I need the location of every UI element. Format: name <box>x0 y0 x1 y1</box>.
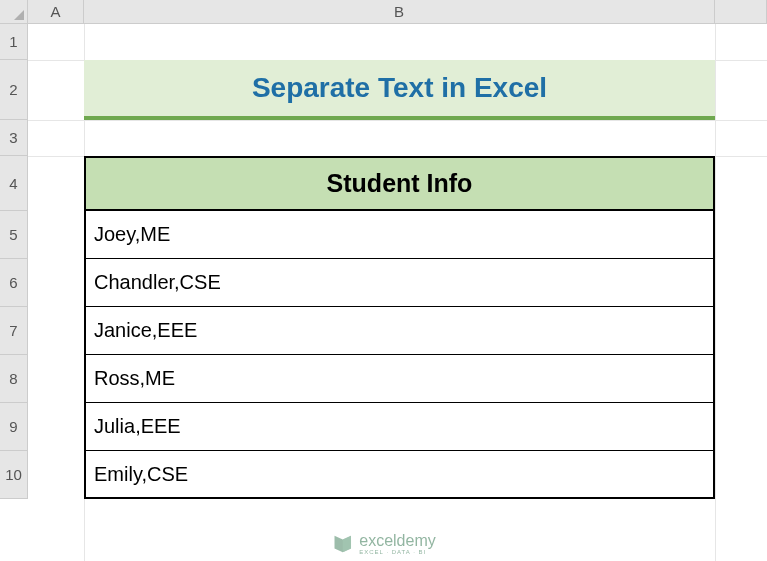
table-row[interactable]: Joey,ME <box>84 211 715 259</box>
table-row[interactable]: Ross,ME <box>84 355 715 403</box>
row-header-8[interactable]: 8 <box>0 355 27 403</box>
column-headers: A B <box>28 0 767 24</box>
cell-value: Janice,EEE <box>94 319 197 342</box>
title-text: Separate Text in Excel <box>252 72 547 104</box>
table-row[interactable]: Chandler,CSE <box>84 259 715 307</box>
watermark-sub: EXCEL · DATA · BI <box>359 549 435 555</box>
cell-value: Julia,EEE <box>94 415 181 438</box>
table-row[interactable]: Julia,EEE <box>84 403 715 451</box>
cell-value: Ross,ME <box>94 367 175 390</box>
table-header-text: Student Info <box>327 169 473 198</box>
row-header-2[interactable]: 2 <box>0 60 27 120</box>
select-all-corner[interactable] <box>0 0 28 24</box>
row-header-10[interactable]: 10 <box>0 451 27 499</box>
row-header-5[interactable]: 5 <box>0 211 27 259</box>
cell-area[interactable]: Separate Text in Excel Student Info Joey… <box>28 24 767 561</box>
watermark-main: exceldemy <box>359 533 435 549</box>
watermark: exceldemy EXCEL · DATA · BI <box>331 533 435 555</box>
table-row[interactable]: Emily,CSE <box>84 451 715 499</box>
cell-value: Chandler,CSE <box>94 271 221 294</box>
column-header-b[interactable]: B <box>84 0 715 23</box>
row-header-4[interactable]: 4 <box>0 156 27 211</box>
title-cell[interactable]: Separate Text in Excel <box>84 60 715 120</box>
column-header-c[interactable] <box>715 0 767 23</box>
data-table: Student Info Joey,ME Chandler,CSE Janice… <box>84 156 715 499</box>
row-header-9[interactable]: 9 <box>0 403 27 451</box>
row-header-6[interactable]: 6 <box>0 259 27 307</box>
column-header-a[interactable]: A <box>28 0 84 23</box>
row-header-3[interactable]: 3 <box>0 120 27 156</box>
table-header[interactable]: Student Info <box>84 156 715 211</box>
cell-value: Joey,ME <box>94 223 170 246</box>
row-header-7[interactable]: 7 <box>0 307 27 355</box>
spreadsheet: A B 1 2 3 4 5 6 7 8 9 10 Separate Text i… <box>0 0 767 561</box>
logo-icon <box>331 533 353 555</box>
row-headers: 1 2 3 4 5 6 7 8 9 10 <box>0 24 28 499</box>
row-header-1[interactable]: 1 <box>0 24 27 60</box>
cell-value: Emily,CSE <box>94 463 188 486</box>
table-row[interactable]: Janice,EEE <box>84 307 715 355</box>
